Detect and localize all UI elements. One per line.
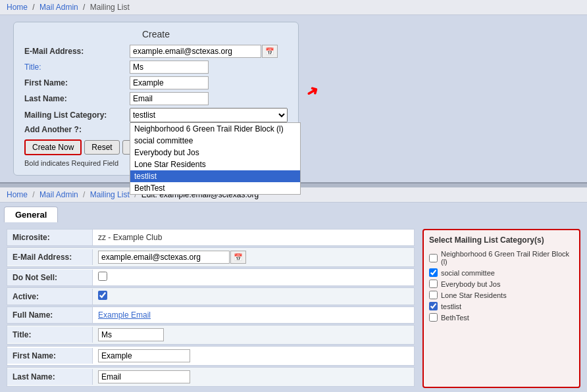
lastname-edit-value xyxy=(93,368,414,386)
firstname-edit-value xyxy=(93,347,414,365)
dropdown-item-lonestar[interactable]: Lone Star Residents xyxy=(130,159,300,170)
title-edit-row: Title: xyxy=(7,325,415,345)
bottom-home-link[interactable]: Home xyxy=(7,190,28,199)
firstname-edit-label: First Name: xyxy=(7,348,93,364)
category-select[interactable]: testlist xyxy=(130,108,288,122)
lastname-edit-label: Last Name: xyxy=(7,369,93,385)
microsite-label: Microsite: xyxy=(7,230,93,245)
mailing-item-testlist: testlist xyxy=(429,302,574,310)
form-table: Microsite: zz - Example Club E-Mail Addr… xyxy=(7,229,415,388)
email-edit-input[interactable] xyxy=(98,251,230,264)
create-now-button[interactable]: Create Now xyxy=(24,139,82,155)
add-another-label: Add Another ?: xyxy=(24,125,130,134)
email-edit-row: E-Mail Address: 📅 xyxy=(7,247,415,267)
title-row: Title: xyxy=(24,61,288,74)
mailing-item-lonestar: Lone Star Residents xyxy=(429,291,574,299)
mailing-label-lonestar: Lone Star Residents xyxy=(441,291,507,299)
lastname-edit-row: Last Name: xyxy=(7,367,415,387)
email-row: E-Mail Address: 📅 xyxy=(24,45,288,58)
sep2: / xyxy=(83,3,85,12)
category-label: Mailing List Category: xyxy=(24,110,130,120)
firstname-label: First Name: xyxy=(24,78,130,87)
active-row: Active: xyxy=(7,287,415,305)
title-edit-input[interactable] xyxy=(98,328,164,341)
category-dropdown-list: Neighborhood 6 Green Trail Rider Block (… xyxy=(130,122,301,195)
lastname-row: Last Name: xyxy=(24,92,288,105)
firstname-row: First Name: xyxy=(24,76,288,89)
mailing-item-ng6: Neighborhood 6 Green Trail Rider Block (… xyxy=(429,250,574,266)
donotsell-row: Do Not Sell: xyxy=(7,268,415,286)
reset-button[interactable]: Reset xyxy=(84,140,119,155)
lastname-input[interactable] xyxy=(130,92,209,105)
email-edit-value: 📅 xyxy=(93,248,414,266)
red-arrow-indicator: ➜ xyxy=(303,81,322,102)
mailing-checkbox-bethtest[interactable] xyxy=(429,313,438,322)
mailing-item-social: social committee xyxy=(429,268,574,277)
email-input-wrap: 📅 xyxy=(130,45,278,58)
firstname-input[interactable] xyxy=(130,76,209,89)
create-section: Create E-Mail Address: 📅 Title: First Na… xyxy=(0,15,587,182)
fullname-row: Full Name: Example Email xyxy=(7,306,415,324)
donotsell-label: Do Not Sell: xyxy=(7,270,93,285)
mailing-item-everybody: Everybody but Jos xyxy=(429,280,574,288)
category-row: Mailing List Category: testlist Neighbor… xyxy=(24,108,288,122)
create-title: Create xyxy=(24,29,288,39)
mailing-list-crumb: Mailing List xyxy=(90,3,130,12)
sep1: / xyxy=(32,3,34,12)
email-edit-wrap: 📅 xyxy=(98,251,409,264)
active-label: Active: xyxy=(7,289,93,305)
mailing-label-bethtest: BethTest xyxy=(441,314,469,322)
bottom-mail-admin-link[interactable]: Mail Admin xyxy=(39,190,78,199)
mailing-checkbox-social[interactable] xyxy=(429,268,438,277)
mailing-checkbox-everybody[interactable] xyxy=(429,280,438,288)
title-edit-value xyxy=(93,326,414,344)
mailing-label-ng6: Neighborhood 6 Green Trail Rider Block (… xyxy=(441,250,574,266)
title-label: Title: xyxy=(24,62,130,72)
email-label: E-Mail Address: xyxy=(24,47,130,56)
lastname-edit-input[interactable] xyxy=(98,370,190,383)
email-edit-label: E-Mail Address: xyxy=(7,249,93,265)
top-breadcrumb: Home / Mail Admin / Mailing List xyxy=(0,0,587,15)
microsite-row: Microsite: zz - Example Club xyxy=(7,229,415,246)
email-edit-icon[interactable]: 📅 xyxy=(230,251,246,264)
create-box: Create E-Mail Address: 📅 Title: First Na… xyxy=(13,22,299,176)
bottom-mailing-list-link[interactable]: Mailing List xyxy=(90,190,130,199)
mailing-label-everybody: Everybody but Jos xyxy=(441,280,501,288)
mail-admin-link[interactable]: Mail Admin xyxy=(39,3,78,12)
mailing-label-testlist: testlist xyxy=(441,303,461,310)
category-dropdown-container: testlist Neighborhood 6 Green Trail Ride… xyxy=(130,108,288,122)
lastname-label: Last Name: xyxy=(24,94,130,103)
donotsell-value xyxy=(93,269,414,285)
mailing-list-panel: Select Mailing List Category(s) Neighbor… xyxy=(422,229,580,388)
mailing-panel-title: Select Mailing List Category(s) xyxy=(429,235,574,245)
email-picker-icon[interactable]: 📅 xyxy=(262,45,278,58)
title-edit-label: Title: xyxy=(7,327,93,343)
mailing-checkbox-ng6[interactable] xyxy=(429,254,438,262)
title-input[interactable] xyxy=(130,61,209,74)
mailing-checkbox-testlist[interactable] xyxy=(429,302,438,310)
dropdown-item-social[interactable]: social committee xyxy=(130,135,300,147)
dropdown-item-testlist[interactable]: testlist xyxy=(130,170,300,182)
firstname-edit-row: First Name: xyxy=(7,346,415,366)
fullname-value: Example Email xyxy=(93,308,414,322)
active-value xyxy=(93,288,414,305)
firstname-edit-input[interactable] xyxy=(98,349,190,362)
mailing-checkbox-lonestar[interactable] xyxy=(429,291,438,299)
donotsell-checkbox[interactable] xyxy=(98,272,107,281)
fullname-label: Full Name: xyxy=(7,307,93,323)
dropdown-item-everybody[interactable]: Everybody but Jos xyxy=(130,147,300,159)
fullname-link[interactable]: Example Email xyxy=(98,310,151,320)
dropdown-item-ng6[interactable]: Neighborhood 6 Green Trail Rider Block (… xyxy=(130,123,300,135)
mailing-label-social: social committee xyxy=(441,269,495,277)
email-field-top[interactable] xyxy=(130,45,261,58)
active-checkbox[interactable] xyxy=(98,291,107,300)
edit-area: Microsite: zz - Example Club E-Mail Addr… xyxy=(0,222,587,392)
microsite-value: zz - Example Club xyxy=(93,230,414,245)
tab-general[interactable]: General xyxy=(4,207,58,222)
dropdown-item-bethtest[interactable]: BethTest xyxy=(130,182,300,194)
home-link[interactable]: Home xyxy=(7,3,28,12)
tab-bar: General xyxy=(0,203,587,222)
mailing-item-bethtest: BethTest xyxy=(429,313,574,322)
